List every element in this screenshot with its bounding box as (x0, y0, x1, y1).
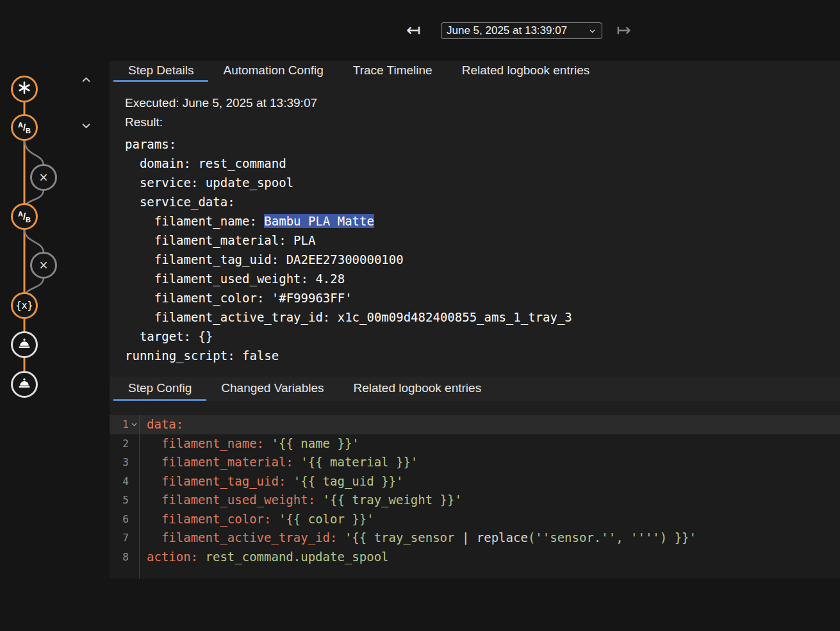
result-label: Result: (125, 113, 840, 132)
yaml-line: filament_color: '#F99963FF' (125, 288, 840, 307)
chevron-down-icon (79, 119, 93, 135)
code-text: filament_material: '{{ material }}' (139, 453, 840, 472)
code-text: data: (139, 415, 840, 434)
trace-detail-panel: Step DetailsAutomation ConfigTrace Timel… (110, 61, 840, 578)
chevron-down-icon (588, 27, 597, 35)
service-bell-icon (17, 336, 31, 353)
trace-node-condition-1-result[interactable]: × (30, 164, 57, 191)
yaml-line: filament_name: Bambu PLA Matte (125, 211, 840, 231)
next-run-icon: ↦ (616, 20, 631, 40)
trace-node-variables[interactable]: {x} (11, 292, 38, 319)
yaml-line: service_data: (125, 192, 840, 211)
primary-tabbar: Step DetailsAutomation ConfigTrace Timel… (110, 61, 840, 82)
run-picker-select[interactable]: June 5, 2025 at 13:39:07 (441, 22, 602, 39)
editor-spacer (110, 566, 840, 578)
yaml-line: domain: rest_command (125, 154, 840, 173)
editor-line: 6 filament_color: '{{ color }}' (110, 510, 840, 529)
yaml-line: params: (125, 135, 840, 154)
editor-line: 3 filament_material: '{{ material }}' (110, 453, 840, 472)
line-number: 8 (110, 548, 139, 567)
line-number: 4 (110, 472, 139, 491)
trace-node-service-call-2[interactable] (11, 371, 38, 398)
secondary-tabbar: Step ConfigChanged VariablesRelated logb… (110, 377, 840, 401)
code-text: filament_active_tray_id: '{{ tray_sensor… (139, 529, 840, 548)
code-text: filament_color: '{{ color }}' (139, 510, 840, 529)
trace-node-condition-2-result[interactable]: × (30, 252, 57, 279)
line-number: 7 (110, 529, 139, 548)
executed-timestamp: Executed: June 5, 2025 at 13:39:07 (125, 94, 840, 113)
yaml-line: filament_material: PLA (125, 231, 840, 250)
code-text: filament_name: '{{ name }}' (139, 434, 840, 454)
tab-related-logbook-entries[interactable]: Related logbook entries (339, 377, 497, 401)
previous-run-icon: ↤ (406, 20, 421, 40)
variables-icon: {x} (15, 300, 33, 311)
yaml-line: target: {} (125, 327, 840, 346)
tab-related-logbook-entries[interactable]: Related logbook entries (447, 61, 605, 82)
trace-node-trigger[interactable] (11, 76, 38, 102)
trace-node-condition-1[interactable]: A/B (11, 114, 38, 141)
editor-line: 8action: rest_command.update_spool (110, 548, 840, 567)
close-icon: × (39, 258, 47, 273)
tab-trace-timeline[interactable]: Trace Timeline (338, 61, 447, 82)
line-number: 6 (110, 510, 139, 529)
selected-text: Bambu PLA Matte (264, 214, 374, 228)
if-condition-icon: A/B (18, 122, 31, 133)
chevron-down-button[interactable] (78, 119, 94, 135)
chevron-up-button[interactable] (78, 72, 94, 89)
next-run-button[interactable]: ↦ (616, 19, 631, 41)
code-text: filament_tag_uid: '{{ tag_uid }}' (139, 472, 840, 491)
step-config-editor[interactable]: 1data:2 filament_name: '{{ name }}'3 fil… (110, 415, 840, 578)
trace-node-service-call-1[interactable] (11, 331, 38, 358)
line-number: 3 (110, 453, 139, 472)
trace-node-condition-2[interactable]: A/B (11, 203, 38, 230)
line-number: 2 (110, 434, 139, 454)
result-yaml: params: domain: rest_command service: up… (125, 135, 840, 365)
chevron-up-icon (79, 73, 93, 88)
yaml-line: running_script: false (125, 346, 840, 365)
step-details: Executed: June 5, 2025 at 13:39:07 Resul… (125, 94, 840, 132)
code-text: action: rest_command.update_spool (139, 548, 840, 567)
yaml-line: filament_tag_uid: DA2EE27300000100 (125, 250, 840, 269)
fold-chevron-icon[interactable] (130, 420, 138, 429)
yaml-line: service: update_spool (125, 173, 840, 192)
if-condition-icon: A/B (18, 211, 31, 222)
asterisk-icon (17, 81, 31, 97)
service-bell-icon (17, 376, 31, 393)
trace-toolbar: ↤ June 5, 2025 at 13:39:07 ↦ (0, 0, 840, 61)
editor-line: 1data: (110, 415, 840, 434)
tab-changed-variables[interactable]: Changed Variables (206, 377, 338, 401)
close-icon: × (39, 170, 47, 185)
trace-graph: A/B × A/B × {x} (0, 61, 110, 631)
yaml-line: filament_used_weight: 4.28 (125, 269, 840, 288)
line-number: 1 (110, 415, 139, 434)
code-text: filament_used_weight: '{{ tray_weight }}… (139, 491, 840, 510)
tab-step-config[interactable]: Step Config (113, 377, 206, 401)
previous-run-button[interactable]: ↤ (406, 19, 421, 41)
editor-line: 2 filament_name: '{{ name }}' (110, 434, 840, 454)
editor-line: 7 filament_active_tray_id: '{{ tray_sens… (110, 529, 840, 548)
editor-line: 4 filament_tag_uid: '{{ tag_uid }}' (110, 472, 840, 491)
line-number: 5 (110, 491, 139, 510)
tab-step-details[interactable]: Step Details (113, 61, 208, 82)
editor-line: 5 filament_used_weight: '{{ tray_weight … (110, 491, 840, 510)
yaml-line: filament_active_tray_id: x1c_00m09d48240… (125, 307, 840, 327)
tab-automation-config[interactable]: Automation Config (208, 61, 338, 82)
run-picker-value: June 5, 2025 at 13:39:07 (447, 24, 584, 37)
